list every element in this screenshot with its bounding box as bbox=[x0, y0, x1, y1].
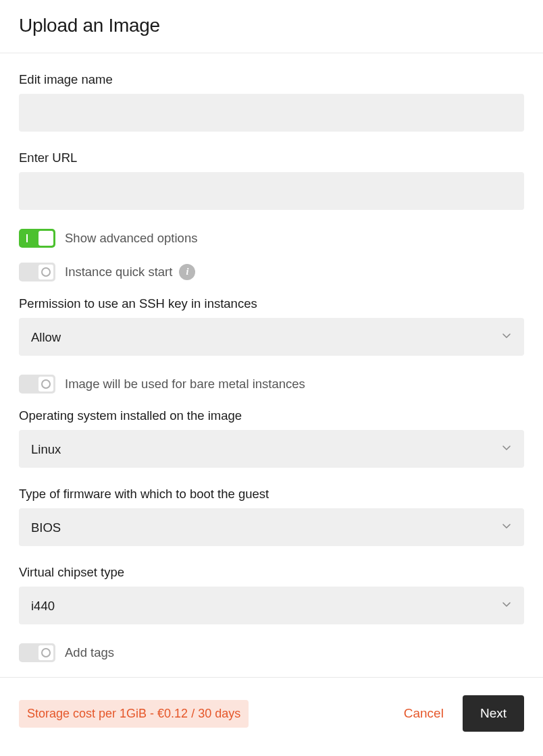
storage-cost-badge: Storage cost per 1GiB - €0.12 / 30 days bbox=[19, 700, 249, 728]
bare-metal-toggle-label: Image will be used for bare metal instan… bbox=[65, 377, 305, 392]
chipset-field: Virtual chipset type i440 bbox=[19, 565, 524, 624]
quick-start-label-text: Instance quick start bbox=[65, 265, 172, 279]
bare-metal-toggle-row: Image will be used for bare metal instan… bbox=[19, 375, 524, 394]
advanced-toggle-label: Show advanced options bbox=[65, 231, 197, 246]
page-title: Upload an Image bbox=[19, 15, 524, 36]
cancel-button[interactable]: Cancel bbox=[404, 706, 444, 721]
os-select[interactable]: Linux bbox=[19, 430, 524, 468]
header: Upload an Image bbox=[0, 0, 543, 53]
quick-start-toggle-row: Instance quick start i bbox=[19, 263, 524, 281]
bare-metal-toggle[interactable] bbox=[19, 375, 55, 394]
url-label: Enter URL bbox=[19, 151, 524, 165]
image-name-field: Edit image name bbox=[19, 72, 524, 132]
add-tags-toggle-row: Add tags bbox=[19, 643, 524, 662]
firmware-label: Type of firmware with which to boot the … bbox=[19, 487, 524, 502]
add-tags-toggle[interactable] bbox=[19, 643, 55, 662]
next-button[interactable]: Next bbox=[463, 695, 524, 732]
footer: Storage cost per 1GiB - €0.12 / 30 days … bbox=[0, 677, 543, 749]
chipset-label: Virtual chipset type bbox=[19, 565, 524, 580]
info-icon[interactable]: i bbox=[179, 264, 195, 280]
advanced-toggle-row: Show advanced options bbox=[19, 229, 524, 248]
quick-start-toggle-label: Instance quick start i bbox=[65, 264, 195, 280]
ssh-permission-select[interactable]: Allow bbox=[19, 318, 524, 356]
os-field: Operating system installed on the image … bbox=[19, 408, 524, 468]
upload-form: Edit image name Enter URL Show advanced … bbox=[0, 53, 543, 662]
os-label: Operating system installed on the image bbox=[19, 408, 524, 423]
url-input[interactable] bbox=[19, 172, 524, 210]
footer-actions: Cancel Next bbox=[404, 695, 524, 732]
image-name-input[interactable] bbox=[19, 94, 524, 132]
url-field: Enter URL bbox=[19, 151, 524, 210]
image-name-label: Edit image name bbox=[19, 72, 524, 87]
firmware-field: Type of firmware with which to boot the … bbox=[19, 487, 524, 546]
advanced-toggle[interactable] bbox=[19, 229, 55, 248]
quick-start-toggle[interactable] bbox=[19, 263, 55, 281]
chipset-select[interactable]: i440 bbox=[19, 587, 524, 624]
ssh-permission-field: Permission to use an SSH key in instance… bbox=[19, 296, 524, 356]
add-tags-toggle-label: Add tags bbox=[65, 645, 114, 660]
ssh-permission-label: Permission to use an SSH key in instance… bbox=[19, 296, 524, 311]
firmware-select[interactable]: BIOS bbox=[19, 508, 524, 546]
